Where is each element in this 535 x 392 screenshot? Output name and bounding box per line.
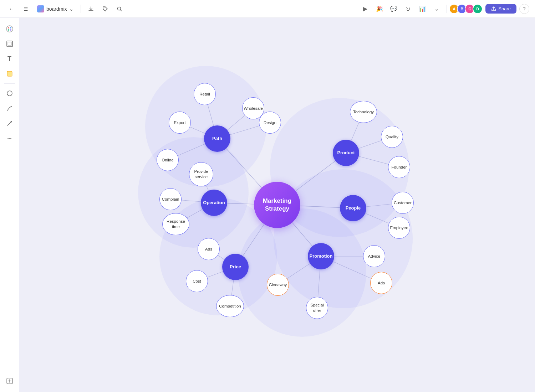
comment-button[interactable]: 💬 — [388, 3, 399, 15]
tag-button[interactable] — [100, 3, 111, 15]
node-technology[interactable]: Technology — [350, 101, 377, 123]
special-offer-label: Specialoffer — [310, 303, 324, 313]
logo-chevron: ⌄ — [69, 6, 73, 12]
node-export[interactable]: Export — [169, 112, 191, 134]
node-quality[interactable]: Quality — [381, 126, 403, 148]
sidebar-bottom — [3, 374, 16, 388]
node-advice[interactable]: Advice — [363, 245, 385, 267]
celebrate-button[interactable]: 🎉 — [374, 3, 385, 15]
node-complain[interactable]: Complain — [159, 188, 182, 210]
svg-rect-7 — [7, 41, 12, 47]
node-online[interactable]: Online — [157, 149, 179, 171]
sidebar: T ••• — [0, 18, 19, 392]
text-tool[interactable]: T — [3, 52, 16, 66]
price-label: Price — [230, 264, 241, 270]
svg-point-4 — [10, 27, 11, 29]
logo-icon — [37, 5, 44, 12]
node-customer[interactable]: Customer — [392, 192, 414, 214]
frame-tool[interactable] — [3, 37, 16, 51]
more-tools[interactable]: ••• — [3, 131, 16, 145]
svg-point-2 — [6, 26, 13, 32]
node-special-offer[interactable]: Specialoffer — [306, 297, 328, 319]
product-label: Product — [337, 150, 355, 156]
separator — [81, 5, 81, 13]
menu-button[interactable]: ☰ — [20, 3, 31, 15]
svg-line-11 — [7, 121, 12, 125]
canvas[interactable]: MarketingStrategy Path Operation Price P… — [19, 18, 535, 392]
node-provide-service[interactable]: Provideservice — [189, 162, 213, 186]
node-product[interactable]: Product — [333, 140, 359, 166]
node-ads-promotion[interactable]: Ads — [370, 272, 392, 294]
svg-point-5 — [8, 29, 9, 31]
node-employee[interactable]: Employee — [388, 217, 410, 239]
node-retail[interactable]: Retail — [194, 83, 216, 105]
node-promotion[interactable]: Promotion — [308, 243, 334, 269]
download-button[interactable] — [85, 3, 97, 15]
node-operation[interactable]: Operation — [201, 190, 227, 216]
promotion-label: Promotion — [310, 253, 333, 259]
svg-point-6 — [10, 29, 11, 31]
node-founder[interactable]: Founder — [388, 156, 410, 178]
people-label: People — [346, 205, 361, 211]
center-node[interactable]: MarketingStrategy — [254, 182, 300, 228]
avatar-4: D — [473, 4, 483, 14]
node-giveaway[interactable]: Giveaway — [267, 274, 289, 296]
node-ads-price[interactable]: Ads — [198, 238, 220, 260]
svg-rect-9 — [7, 71, 12, 76]
path-label: Path — [212, 136, 222, 142]
node-competition[interactable]: Competition — [216, 295, 244, 317]
topbar: ← ☰ boardmix ⌄ ▶ 🎉 💬 ⏲ 📊 ⌄ A B C D Share… — [0, 0, 535, 18]
node-cost[interactable]: Cost — [186, 270, 208, 292]
sep2 — [447, 5, 447, 13]
sidebar-sep — [4, 83, 15, 84]
pen-tool[interactable] — [3, 102, 16, 115]
svg-point-3 — [8, 27, 9, 29]
logo[interactable]: boardmix ⌄ — [34, 4, 76, 14]
node-path[interactable]: Path — [204, 125, 230, 152]
share-label: Share — [498, 6, 511, 11]
mindmap-container: MarketingStrategy Path Operation Price P… — [117, 45, 438, 365]
more-button[interactable]: ⌄ — [431, 3, 442, 15]
logo-text: boardmix — [46, 6, 67, 12]
timer-button[interactable]: ⏲ — [402, 3, 414, 15]
search-button[interactable] — [114, 3, 125, 15]
palette-tool[interactable] — [3, 22, 16, 36]
node-price[interactable]: Price — [222, 254, 249, 280]
operation-label: Operation — [203, 200, 225, 206]
connector-tool[interactable] — [3, 117, 16, 130]
shape-tool[interactable] — [3, 87, 16, 100]
svg-point-0 — [104, 7, 105, 8]
play-button[interactable]: ▶ — [360, 3, 371, 15]
node-design[interactable]: Design — [259, 112, 281, 134]
svg-point-10 — [7, 91, 12, 96]
insert-button[interactable] — [3, 374, 16, 388]
avatars: A B C D — [451, 4, 483, 14]
help-button[interactable]: ? — [519, 4, 529, 14]
node-response-time[interactable]: Responsetime — [162, 213, 189, 235]
back-button[interactable]: ← — [6, 3, 17, 15]
node-people[interactable]: People — [340, 195, 366, 221]
share-button[interactable]: Share — [485, 4, 516, 14]
sticky-tool[interactable] — [3, 67, 16, 81]
chart-button[interactable]: 📊 — [417, 3, 428, 15]
toolbar-right: ▶ 🎉 💬 ⏲ 📊 ⌄ A B C D Share ? — [360, 3, 529, 15]
center-label: MarketingStrategy — [263, 197, 291, 213]
svg-rect-8 — [8, 42, 11, 46]
